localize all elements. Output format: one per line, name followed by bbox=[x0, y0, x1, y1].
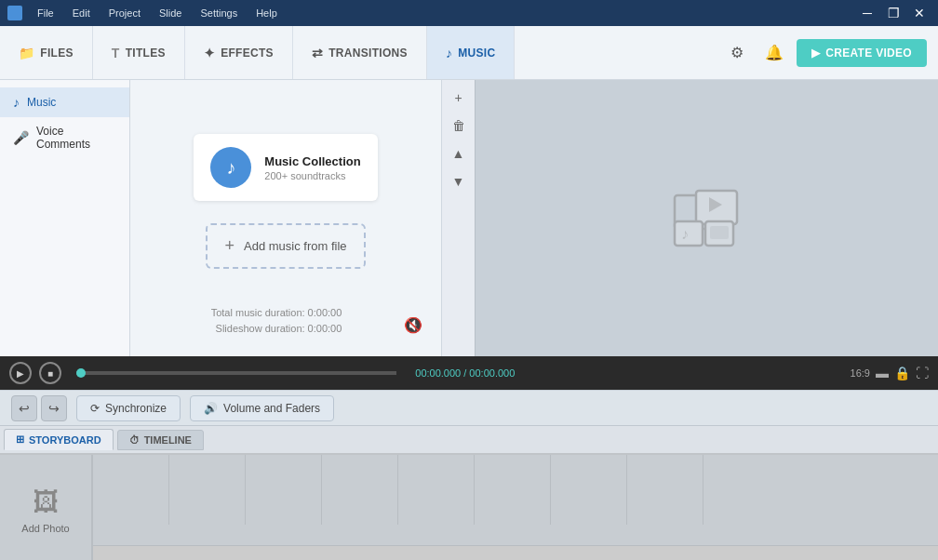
music-panel: ♪ Music Collection 200+ soundtracks + Ad… bbox=[130, 80, 441, 356]
storyboard-cell-3 bbox=[246, 455, 322, 525]
music-collection-icon: ♪ bbox=[210, 147, 251, 188]
menu-settings[interactable]: Settings bbox=[196, 6, 241, 20]
toolbar-right: ⚙ 🔔 ▶ Create Video bbox=[722, 38, 938, 68]
menu-bar: File Edit Project Slide Settings Help bbox=[34, 6, 281, 20]
storyboard-top bbox=[93, 455, 938, 525]
undo-redo: ↩ ↪ bbox=[11, 395, 67, 421]
maximize-button[interactable]: ❐ bbox=[882, 4, 904, 22]
menu-edit[interactable]: Edit bbox=[69, 6, 94, 20]
music-bottom-info: Total music duration: 0:00:00 Slideshow … bbox=[149, 305, 422, 338]
svg-rect-3 bbox=[675, 221, 703, 246]
storyboard-cell-1 bbox=[93, 455, 169, 525]
stop-button[interactable]: ■ bbox=[39, 362, 61, 384]
storyboard-cell-2 bbox=[169, 455, 246, 525]
title-bar: File Edit Project Slide Settings Help ─ … bbox=[0, 0, 938, 26]
menu-project[interactable]: Project bbox=[105, 6, 144, 20]
transitions-icon: ⇄ bbox=[312, 46, 323, 60]
menu-slide[interactable]: Slide bbox=[155, 6, 185, 20]
aspect-ratio: 16:9 bbox=[851, 367, 870, 379]
preview-placeholder: ♪ bbox=[670, 186, 744, 251]
volume-faders-button[interactable]: 🔊 Volume and Faders bbox=[190, 395, 334, 421]
collection-text: Music Collection 200+ soundtracks bbox=[264, 154, 360, 181]
tab-storyboard[interactable]: ⊞ STORYBOARD bbox=[4, 429, 114, 450]
audio-track-1 bbox=[93, 525, 938, 546]
move-down-button[interactable]: ▼ bbox=[447, 169, 471, 193]
svg-text:♪: ♪ bbox=[681, 226, 689, 242]
redo-button[interactable]: ↪ bbox=[41, 395, 67, 421]
synchronize-button[interactable]: ⟳ Synchronize bbox=[76, 395, 181, 421]
music-collection-card[interactable]: ♪ Music Collection 200+ soundtracks bbox=[194, 134, 377, 201]
sidebar-item-music[interactable]: ♪ Music bbox=[0, 87, 129, 117]
storyboard-cell-8 bbox=[627, 455, 704, 525]
tab-transitions[interactable]: ⇄ TRANSITIONS bbox=[293, 26, 427, 79]
voice-icon: 🎤 bbox=[13, 130, 29, 145]
add-photo-cell[interactable]: 🖼 Add Photo bbox=[0, 455, 93, 560]
timeline-cursor bbox=[76, 368, 86, 378]
tab-music[interactable]: ♪ MUSIC bbox=[427, 26, 515, 79]
play-button[interactable]: ▶ bbox=[9, 362, 32, 384]
add-photo-icon: 🖼 bbox=[33, 487, 59, 517]
tab-timeline[interactable]: ⏱ TIMELINE bbox=[117, 430, 204, 450]
storyboard-bottom bbox=[93, 525, 938, 560]
aspect-ratio-icon[interactable]: ▬ bbox=[876, 366, 889, 380]
preview-panel: ♪ bbox=[475, 80, 938, 356]
tab-effects[interactable]: ✦ EFFECTS bbox=[185, 26, 293, 79]
minimize-button[interactable]: ─ bbox=[856, 4, 878, 22]
tab-titles[interactable]: T TITLES bbox=[93, 26, 185, 79]
undo-button[interactable]: ↩ bbox=[11, 395, 37, 421]
preview-svg: ♪ bbox=[670, 186, 744, 251]
timeline-progress[interactable] bbox=[76, 371, 396, 375]
app-icon bbox=[7, 6, 22, 20]
sync-icon: ⟳ bbox=[90, 402, 100, 415]
storyboard-cell-5 bbox=[398, 455, 475, 525]
storyboard-area: 🖼 Add Photo bbox=[0, 453, 938, 560]
bottom-tabs: ⊞ STORYBOARD ⏱ TIMELINE bbox=[0, 425, 938, 453]
storyboard-icon: ⊞ bbox=[16, 433, 24, 446]
timeline-tab-icon: ⏱ bbox=[129, 434, 140, 446]
window-controls: ─ ❐ ✕ bbox=[856, 4, 931, 22]
tab-files[interactable]: 📁 FILES bbox=[0, 26, 93, 79]
storyboard-track bbox=[93, 455, 938, 560]
title-bar-left: File Edit Project Slide Settings Help bbox=[7, 6, 281, 20]
menu-help[interactable]: Help bbox=[252, 6, 281, 20]
music-sidebar-icon: ♪ bbox=[13, 95, 20, 110]
timeline-right: 16:9 ▬ 🔒 ⛶ bbox=[851, 366, 929, 380]
close-button[interactable]: ✕ bbox=[908, 4, 931, 22]
left-panel: ♪ Music 🎤 Voice Comments bbox=[0, 80, 130, 356]
add-plus-icon: + bbox=[224, 236, 234, 256]
storyboard-cell-6 bbox=[475, 455, 551, 525]
add-music-button[interactable]: + Add music from file bbox=[206, 223, 365, 269]
svg-rect-6 bbox=[710, 226, 729, 239]
storyboard-cell-7 bbox=[551, 455, 627, 525]
create-video-icon: ▶ bbox=[811, 47, 820, 60]
side-toolbar: + 🗑 ▲ ▼ bbox=[441, 80, 475, 356]
delete-item-button[interactable]: 🗑 bbox=[447, 113, 471, 138]
effects-icon: ✦ bbox=[204, 46, 215, 60]
create-video-button[interactable]: ▶ Create Video bbox=[797, 39, 927, 67]
music-tab-icon: ♪ bbox=[446, 46, 452, 60]
move-up-button[interactable]: ▲ bbox=[447, 141, 471, 166]
storyboard-cell-4 bbox=[322, 455, 398, 525]
notifications-icon[interactable]: 🔔 bbox=[759, 38, 789, 68]
titles-icon: T bbox=[112, 46, 120, 60]
volume-icon: 🔊 bbox=[204, 402, 218, 415]
settings-icon[interactable]: ⚙ bbox=[722, 38, 752, 68]
fullscreen-icon[interactable]: ⛶ bbox=[916, 366, 929, 380]
menu-file[interactable]: File bbox=[34, 6, 58, 20]
sidebar-item-voice[interactable]: 🎤 Voice Comments bbox=[0, 117, 129, 158]
mute-icon[interactable]: 🔇 bbox=[404, 313, 422, 338]
files-icon: 📁 bbox=[19, 46, 34, 60]
content-area: ♪ Music 🎤 Voice Comments ♪ Music Collect… bbox=[0, 80, 938, 356]
timeline-time: 00:00.000 / 00:00.000 bbox=[415, 367, 515, 379]
lock-icon[interactable]: 🔒 bbox=[894, 366, 910, 380]
timeline-bar: ▶ ■ 00:00.000 / 00:00.000 16:9 ▬ 🔒 ⛶ bbox=[0, 356, 938, 390]
add-item-button[interactable]: + bbox=[447, 86, 471, 110]
main-toolbar: 📁 FILES T TITLES ✦ EFFECTS ⇄ TRANSITIONS… bbox=[0, 26, 938, 80]
sync-bar: ↩ ↪ ⟳ Synchronize 🔊 Volume and Faders bbox=[0, 390, 938, 425]
audio-track-2 bbox=[93, 546, 938, 560]
